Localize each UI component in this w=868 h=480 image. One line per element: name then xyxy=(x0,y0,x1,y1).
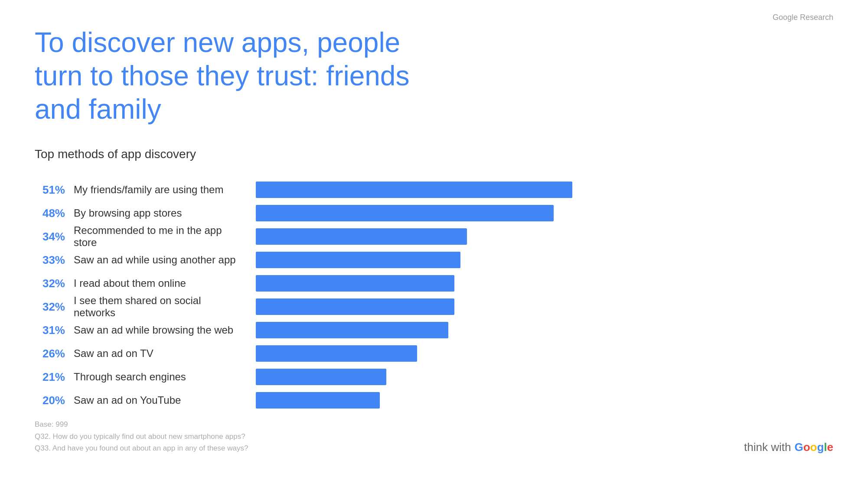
think-with-text: think with xyxy=(744,441,791,454)
chart-row: 21% Through search engines xyxy=(35,366,833,388)
bar-area xyxy=(256,275,833,292)
bar xyxy=(256,345,417,362)
chart-row: 34% Recommended to me in the app store xyxy=(35,225,833,248)
pct-label: 32% xyxy=(35,300,74,314)
q33-text: Q33. And have you found out about an app… xyxy=(35,442,248,454)
footnote: Base: 999 Q32. How do you typically find… xyxy=(35,418,248,454)
pct-label: 33% xyxy=(35,253,74,267)
bar xyxy=(256,369,386,385)
bar-area xyxy=(256,182,833,198)
chart-container: 51% My friends/family are using them 48%… xyxy=(35,178,833,412)
google-logo: Google xyxy=(794,441,833,454)
pct-label: 32% xyxy=(35,277,74,290)
pct-label: 51% xyxy=(35,183,74,197)
bar xyxy=(256,182,572,198)
desc-label: Saw an ad while browsing the web xyxy=(74,324,256,336)
bar-area xyxy=(256,322,833,338)
bar-area xyxy=(256,369,833,385)
chart-row: 32% I read about them online xyxy=(35,272,833,295)
desc-label: Through search engines xyxy=(74,371,256,383)
bar xyxy=(256,322,448,338)
bar xyxy=(256,205,554,221)
desc-label: I read about them online xyxy=(74,277,256,289)
bar-area xyxy=(256,228,833,245)
pct-label: 26% xyxy=(35,347,74,360)
bar xyxy=(256,275,454,292)
desc-label: Saw an ad on TV xyxy=(74,347,256,360)
pct-label: 21% xyxy=(35,370,74,384)
bar xyxy=(256,228,467,245)
pct-label: 34% xyxy=(35,230,74,243)
desc-label: Saw an ad on YouTube xyxy=(74,394,256,406)
chart-row: 48% By browsing app stores xyxy=(35,202,833,224)
think-with-google-branding: think with Google xyxy=(744,441,833,454)
desc-label: My friends/family are using them xyxy=(74,184,256,196)
google-research-label: Google Research xyxy=(773,13,833,22)
pct-label: 31% xyxy=(35,324,74,337)
bar-area xyxy=(256,205,833,221)
chart-row: 20% Saw an ad on YouTube xyxy=(35,389,833,412)
footer-area: Base: 999 Q32. How do you typically find… xyxy=(35,418,833,454)
pct-label: 20% xyxy=(35,394,74,407)
desc-label: I see them shared on social networks xyxy=(74,295,256,319)
desc-label: Saw an ad while using another app xyxy=(74,254,256,266)
page-container: Google Research To discover new apps, pe… xyxy=(0,0,868,480)
desc-label: Recommended to me in the app store xyxy=(74,224,256,249)
bar-area xyxy=(256,392,833,409)
chart-row: 26% Saw an ad on TV xyxy=(35,342,833,365)
bar xyxy=(256,298,454,315)
chart-row: 32% I see them shared on social networks xyxy=(35,295,833,318)
bar-area xyxy=(256,298,833,315)
bar xyxy=(256,252,460,268)
main-title: To discover new apps, people turn to tho… xyxy=(35,26,425,126)
pct-label: 48% xyxy=(35,207,74,220)
subtitle: Top methods of app discovery xyxy=(35,147,833,161)
base-text: Base: 999 xyxy=(35,418,248,430)
chart-row: 31% Saw an ad while browsing the web xyxy=(35,319,833,341)
chart-row: 33% Saw an ad while using another app xyxy=(35,249,833,271)
bar-area xyxy=(256,345,833,362)
desc-label: By browsing app stores xyxy=(74,207,256,219)
q32-text: Q32. How do you typically find out about… xyxy=(35,431,248,442)
bar xyxy=(256,392,380,409)
bar-area xyxy=(256,252,833,268)
chart-row: 51% My friends/family are using them xyxy=(35,178,833,201)
